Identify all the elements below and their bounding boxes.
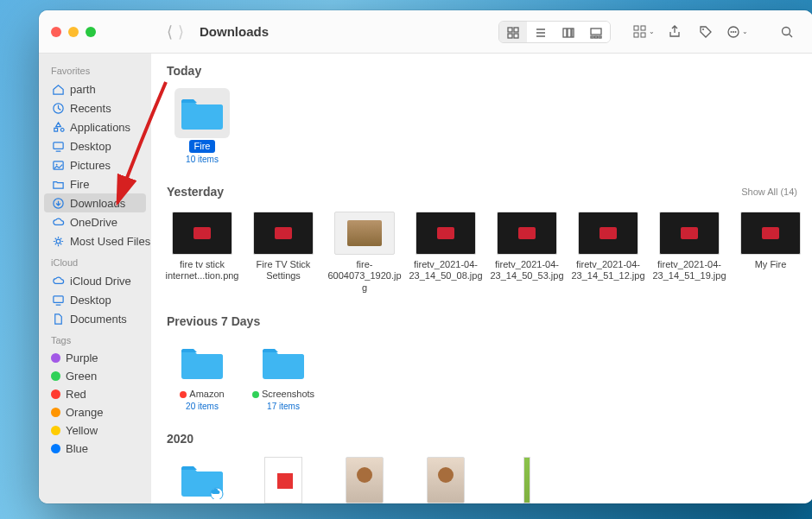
- fullscreen-icon[interactable]: [86, 27, 96, 37]
- tag-dot-icon: [51, 371, 60, 381]
- action-menu-button[interactable]: ⌄: [723, 21, 751, 43]
- minimize-icon[interactable]: [68, 27, 79, 37]
- download-icon: [51, 196, 65, 210]
- sidebar-item-green[interactable]: Green: [39, 367, 151, 385]
- list-view-button[interactable]: [527, 22, 555, 43]
- forward-button[interactable]: ⟩: [178, 22, 184, 41]
- sidebar-item-downloads[interactable]: Downloads: [44, 193, 146, 212]
- folder-icon: [51, 177, 65, 191]
- sidebar-item-icloud-drive[interactable]: iCloud Drive: [39, 271, 151, 290]
- sidebar-item-label: Red: [66, 388, 86, 401]
- svg-rect-8: [568, 28, 571, 37]
- item-name: Fire TV Stick Settings: [245, 259, 321, 282]
- image-thumbnail: [416, 209, 476, 257]
- search-button[interactable]: [773, 21, 801, 43]
- svg-rect-32: [53, 295, 62, 302]
- view-mode-group: [498, 21, 611, 43]
- item-subtitle: 10 items: [186, 155, 219, 164]
- sidebar-item-blue[interactable]: Blue: [39, 440, 151, 458]
- titlebar: ⟨ ⟩ Downloads ⌄ ⌄: [39, 10, 812, 54]
- file-item[interactable]: firetv_2021-04-23_14_51_19.jpg: [649, 209, 730, 294]
- section-header-prev7: Previous 7 Days: [151, 304, 812, 335]
- clock-icon: [51, 101, 65, 115]
- pictures-icon: [51, 158, 65, 172]
- sidebar-item-red[interactable]: Red: [39, 385, 151, 403]
- image-thumbnail: [416, 456, 476, 503]
- cloud-icon: [51, 215, 65, 229]
- item-name: firetv_2021-04-23_14_51_12.jpg: [570, 259, 646, 282]
- svg-rect-3: [514, 34, 518, 38]
- file-item[interactable]: fire-6004073_1920.jpg: [324, 209, 405, 294]
- back-button[interactable]: ⟨: [167, 22, 173, 41]
- sidebar-item-yellow[interactable]: Yellow: [39, 421, 151, 440]
- svg-rect-12: [595, 36, 598, 38]
- section-header-today: Today: [151, 54, 812, 85]
- group-by-button[interactable]: ⌄: [630, 21, 657, 43]
- apps-icon: [51, 120, 65, 134]
- image-thumbnail: [334, 209, 395, 257]
- share-button[interactable]: [661, 21, 688, 43]
- sidebar-item-label: iCloud Drive: [70, 275, 131, 288]
- svg-point-22: [734, 31, 736, 33]
- sidebar-item-label: Desktop: [70, 140, 111, 153]
- item-subtitle: 17 items: [267, 402, 300, 411]
- gallery-view-button[interactable]: [582, 22, 610, 43]
- sidebar-item-desktop[interactable]: Desktop: [39, 290, 151, 309]
- sidebar-item-recents[interactable]: Recents: [39, 98, 151, 117]
- sidebar-item-label: Purple: [66, 351, 98, 364]
- sidebar-item-documents[interactable]: Documents: [39, 309, 151, 328]
- svg-rect-26: [53, 142, 62, 149]
- doc-icon: [51, 312, 65, 326]
- sidebar-item-pictures[interactable]: Pictures: [39, 155, 151, 174]
- file-item[interactable]: Fire TV Stick Settings: [243, 209, 324, 294]
- svg-rect-0: [508, 28, 512, 32]
- section-header-yesterday: Yesterday Show All (14): [151, 174, 812, 206]
- file-item[interactable]: My Fire: [730, 209, 811, 294]
- file-item[interactable]: Screenshots17 items: [243, 339, 324, 411]
- folder-icon: [172, 339, 232, 387]
- column-view-button[interactable]: [555, 22, 582, 43]
- sidebar-section-tags: Tags: [39, 328, 151, 349]
- sidebar-item-onedrive[interactable]: OneDrive: [39, 212, 151, 231]
- image-thumbnail: [740, 209, 801, 257]
- show-all-link[interactable]: Show All (14): [741, 187, 797, 197]
- sidebar-item-most-used-files[interactable]: Most Used Files: [39, 231, 151, 250]
- image-thumbnail: [497, 456, 557, 503]
- sidebar-item-parth[interactable]: parth: [39, 79, 151, 98]
- file-item[interactable]: fire tv stick internet...tion.png: [162, 209, 243, 294]
- sidebar-item-label: Desktop: [70, 294, 111, 307]
- sidebar-item-fire[interactable]: Fire: [39, 174, 151, 193]
- file-item[interactable]: [405, 456, 486, 503]
- tag-dot-icon: [51, 426, 60, 435]
- file-item[interactable]: firetv_2021-04-23_14_50_08.jpg: [405, 209, 486, 294]
- sidebar-item-purple[interactable]: Purple: [39, 349, 151, 367]
- sidebar-item-desktop[interactable]: Desktop: [39, 136, 151, 155]
- file-item[interactable]: [162, 456, 243, 503]
- sidebar-item-label: parth: [70, 83, 96, 96]
- file-item[interactable]: Fire10 items: [162, 88, 243, 164]
- gear-icon: [51, 234, 65, 248]
- image-thumbnail: [578, 209, 638, 257]
- file-item[interactable]: firetv_2021-04-23_14_51_12.jpg: [568, 209, 649, 294]
- item-name: firetv_2021-04-23_14_51_19.jpg: [651, 259, 727, 282]
- sidebar-item-orange[interactable]: Orange: [39, 403, 151, 421]
- icon-view-button[interactable]: [499, 22, 527, 43]
- file-item[interactable]: [486, 456, 568, 503]
- file-item[interactable]: firetv_2021-04-23_14_50_53.jpg: [486, 209, 568, 294]
- window-title: Downloads: [200, 24, 269, 39]
- sidebar-section-favorites: Favorites: [39, 59, 151, 79]
- sidebar-item-applications[interactable]: Applications: [39, 117, 151, 136]
- item-name: Fire: [189, 140, 216, 153]
- desktop-icon: [51, 139, 65, 153]
- tag-dot-icon: [51, 444, 60, 453]
- tags-button[interactable]: [692, 21, 720, 43]
- main-content: Today Fire10 items Yesterday Show All (1…: [151, 54, 812, 503]
- folder-icon: [253, 339, 314, 387]
- image-thumbnail: [253, 456, 314, 503]
- item-subtitle: 20 items: [186, 402, 219, 411]
- file-item[interactable]: [324, 456, 405, 503]
- file-item[interactable]: [243, 456, 324, 503]
- close-icon[interactable]: [51, 27, 61, 37]
- file-item[interactable]: Amazon20 items: [162, 339, 243, 411]
- item-name: Amazon: [180, 389, 224, 400]
